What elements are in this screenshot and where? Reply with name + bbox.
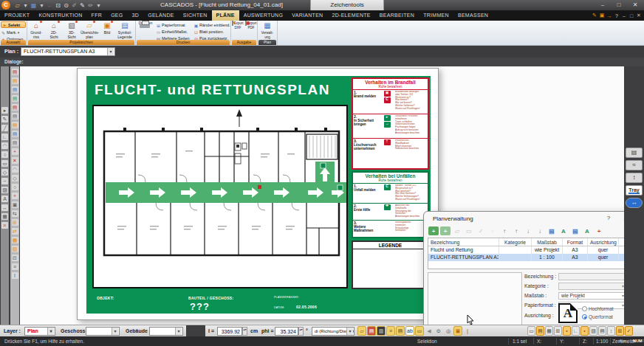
sort-za-icon[interactable]: A (582, 226, 592, 235)
freeform-icon[interactable]: ○ (12, 184, 18, 190)
mark-button[interactable]: Mark. (1, 30, 19, 35)
rotate-icon[interactable]: ⇄ (12, 228, 18, 235)
win-close-icon[interactable]: ✕ (635, 12, 643, 20)
win-min-icon[interactable]: – (620, 12, 628, 20)
folder-icon[interactable]: ▱ (357, 326, 366, 336)
pencil-icon[interactable]: ✎ (1, 116, 8, 122)
kategorie-select[interactable] (558, 283, 624, 290)
grid-toggle-icon[interactable]: ▦ (545, 326, 553, 336)
pan-view-icon[interactable]: ▭ (527, 326, 535, 336)
tab-bearbeiten[interactable]: BEARBEITEN (375, 10, 419, 21)
open-caret-icon[interactable]: ▾ (21, 1, 30, 10)
dialog-close-button[interactable]: ✕ (620, 215, 624, 221)
export-page-icon[interactable]: ▤ (570, 226, 580, 235)
einheit-massstab-button[interactable]: Einheit/Maßst. (156, 29, 188, 35)
sketch-arc-icon[interactable]: ◠ (12, 166, 18, 173)
close-button[interactable]: ✕ (628, 0, 643, 10)
qat-more-icon[interactable]: ▾ (95, 1, 103, 10)
doc-import-icon[interactable]: ▤ (12, 95, 18, 102)
world-icon[interactable]: ◎ (444, 326, 453, 336)
frame-icon[interactable]: ▣ (453, 326, 462, 336)
group-icon[interactable]: ▦ (12, 237, 18, 243)
ruler-icon[interactable]: ▭ (415, 326, 424, 336)
move-bottom-icon[interactable]: ↓ (535, 226, 545, 235)
polygon-icon[interactable]: ◇ (1, 169, 8, 176)
layer-select[interactable]: Plan (24, 327, 55, 336)
copy-plan-icon[interactable]: + (440, 226, 451, 235)
rename-plan-icon[interactable]: ▱ (452, 226, 462, 235)
tab-sichten[interactable]: SICHTEN (179, 10, 212, 21)
pen-icon[interactable]: ✎ (78, 1, 86, 10)
zoom-icon[interactable]: ⊙ (62, 1, 70, 10)
delete-icon[interactable]: ✕ (12, 157, 18, 164)
context-tab-zeichentools[interactable]: Zeichentools (310, 0, 384, 10)
edit-plan-icon[interactable]: ▭ (464, 226, 474, 235)
list-icon[interactable]: ≡ (12, 263, 18, 270)
angle-input[interactable] (275, 327, 298, 336)
measure-icon[interactable]: ✐ (70, 1, 78, 10)
doc-settings-icon[interactable]: ▤ (12, 122, 18, 128)
table-icon[interactable]: ▤ (598, 326, 606, 336)
layer-icon[interactable]: ▤ (367, 326, 376, 336)
move-icon[interactable]: + (12, 148, 18, 155)
copy-icon[interactable]: ▣ (12, 201, 18, 208)
bild-button[interactable]: Bild (98, 21, 116, 40)
tab-3d[interactable]: 3D (128, 10, 144, 21)
querformat-radio[interactable]: Querformat (582, 314, 613, 319)
hochformat-radio[interactable]: Hochformat (582, 305, 614, 311)
marker-icon[interactable]: ✏ (86, 1, 95, 10)
save-caret-icon[interactable]: ▾ (38, 1, 46, 10)
select-arrow-icon[interactable]: ▸ (1, 107, 8, 114)
anchor-icon[interactable]: I (12, 272, 18, 279)
verwaltung-button[interactable]: Verwalt- ung (258, 21, 276, 40)
tab-auswertung[interactable]: AUSWERTUNG (239, 10, 287, 21)
dimension-icon[interactable]: ↔ (1, 204, 8, 211)
gebaeude-select[interactable] (149, 327, 183, 336)
expand-icon[interactable]: ↕ (626, 173, 643, 183)
raender-einblenden-button[interactable]: Ränder einblend. (193, 22, 230, 28)
angle-spinner[interactable]: ▴▾ (298, 327, 304, 336)
import-page-icon[interactable]: ▤ (547, 226, 557, 235)
layers-icon[interactable]: ≈ (626, 160, 643, 170)
tab-ffr[interactable]: FFR (87, 10, 107, 21)
dynamic-input-icon[interactable]: ↕ (607, 326, 615, 336)
table-row-selected[interactable]: FLUCHT-RETTUNGSPLAN A3 1 : 100A3 quer (428, 254, 624, 261)
add-point-icon[interactable]: + (12, 193, 18, 199)
grid-icon[interactable]: ▦ (1, 213, 8, 220)
swoosh-icon[interactable]: → (606, 12, 613, 20)
list-icon[interactable]: ≡ (386, 326, 395, 336)
delete-plan-icon[interactable]: ▫ (487, 226, 498, 235)
confirm-icon[interactable]: ✓ (625, 326, 633, 336)
status-aus[interactable]: Aus (619, 339, 626, 343)
plan-table-header[interactable]: BezeichnungKategorie MaßstabFormat Ausri… (428, 238, 624, 246)
papierformat-button[interactable]: Papierformat (156, 22, 185, 28)
clip-icon[interactable]: ⊟ (12, 255, 18, 261)
remote-access-icon[interactable]: ↔ (626, 198, 643, 208)
move-top-icon[interactable]: ↑ (499, 226, 510, 235)
help-icon[interactable]: ? (613, 12, 620, 20)
open-file-icon[interactable]: ▱ (13, 1, 21, 10)
rectangle-icon[interactable]: ▭ (1, 160, 8, 167)
doc-print-icon[interactable]: ▤ (12, 113, 18, 120)
text-icon[interactable]: A (1, 196, 8, 202)
tabs-icon[interactable]: ▤ (396, 326, 405, 336)
back-icon[interactable]: ◀ (425, 326, 434, 336)
sort-az-icon[interactable]: A (558, 226, 569, 235)
snap-icon[interactable]: ▪ (563, 326, 571, 336)
erase-icon[interactable]: ✕ (1, 222, 8, 229)
status-num[interactable]: NUM (633, 339, 643, 343)
tab-plaene[interactable]: PLÄNE (212, 10, 239, 21)
app-logo-icon[interactable]: C (1, 1, 10, 10)
doc-open-icon[interactable]: ▤ (12, 77, 18, 84)
tab-varianten[interactable]: VARIANTEN (287, 10, 327, 21)
tray-button[interactable]: Tray (626, 185, 643, 196)
plan-select[interactable]: FLUCHT-RETTUNGSPLAN A3 (21, 47, 115, 56)
tab-2d-elemente[interactable]: 2D-ELEMENTE (327, 10, 374, 21)
check-plan-icon[interactable]: ✓ (476, 226, 486, 235)
2d-sicht-button[interactable]: 2D- Sicht (45, 21, 63, 40)
spline-icon[interactable]: ~ (1, 178, 8, 184)
grundriss-button[interactable]: Grund- riss (27, 21, 45, 40)
shape-icon[interactable]: ◇ (12, 175, 18, 181)
object-snap-icon[interactable]: ▪ (580, 326, 589, 336)
line-icon[interactable]: ╱ (1, 125, 8, 131)
